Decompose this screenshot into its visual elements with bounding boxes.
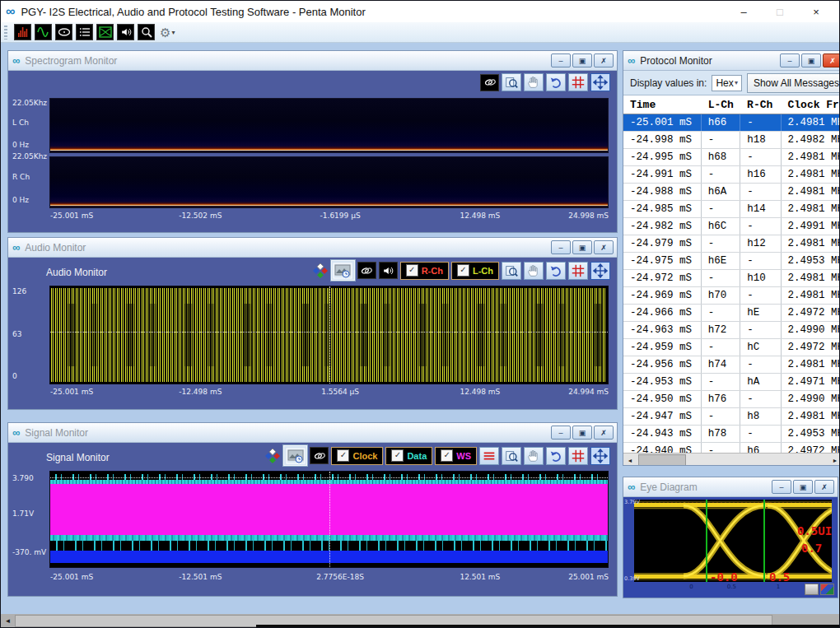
undo-icon[interactable] xyxy=(546,262,566,280)
panel-maximize-button[interactable]: ▣ xyxy=(793,480,813,494)
color-pinwheel-icon[interactable] xyxy=(264,448,281,464)
audio-waveform-plot[interactable] xyxy=(49,286,609,384)
protocol-table-row[interactable]: -24.995 mS h68 - 2.4981 MHz xyxy=(623,149,840,166)
undo-icon[interactable] xyxy=(546,73,566,91)
spectrogram-right-channel-plot[interactable] xyxy=(49,156,609,208)
clock-checkbox[interactable]: ✓ Clock xyxy=(331,447,383,465)
cell-time: -24.963 mS xyxy=(623,322,702,338)
protocol-panel-header[interactable]: ∞ Protocol Monitor – ▣ ✗ xyxy=(623,51,840,71)
panel-close-button[interactable]: ✗ xyxy=(594,53,614,67)
panel-minimize-button[interactable]: – xyxy=(780,53,800,67)
protocol-table-row[interactable]: -24.966 mS - hE 2.4972 MHz xyxy=(623,305,840,322)
panel-minimize-button[interactable]: – xyxy=(772,480,791,494)
ws-checkbox[interactable]: ✓ WS xyxy=(435,447,477,465)
show-all-messages-button[interactable]: Show All Messages xyxy=(747,73,840,93)
protocol-table-row[interactable]: -24.998 mS - h18 2.4982 MHz xyxy=(623,132,840,149)
pan-hand-icon[interactable] xyxy=(524,73,544,91)
protocol-table-row[interactable]: -24.956 mS h74 - 2.4981 MHz xyxy=(623,356,840,374)
protocol-table-row[interactable]: -24.959 mS - hC 2.4972 MHz xyxy=(623,339,840,356)
eye-panel-header[interactable]: ∞ Eye Diagram – ▣ ✗ xyxy=(623,477,838,497)
protocol-table-row[interactable]: -24.963 mS h72 - 2.4990 MHz xyxy=(623,322,840,339)
crosshair-icon[interactable] xyxy=(568,447,588,465)
zoom-region-icon[interactable] xyxy=(502,262,521,280)
signal-waveform-plot[interactable] xyxy=(49,471,609,568)
eye-snapshot-icon[interactable] xyxy=(805,584,819,595)
scrollbar-thumb[interactable] xyxy=(638,454,686,466)
persistence-lines-icon[interactable] xyxy=(479,447,499,465)
display-values-select[interactable]: Hex ▾ xyxy=(712,75,742,91)
panel-minimize-button[interactable]: – xyxy=(551,240,571,254)
snapshot-icon[interactable] xyxy=(331,260,355,281)
column-header[interactable]: L-Ch xyxy=(702,99,740,111)
speaker-icon[interactable] xyxy=(117,24,134,40)
signal-panel-header[interactable]: ∞ Signal Monitor – ▣ ✗ xyxy=(8,423,617,443)
protocol-table-row[interactable]: -24.947 mS - h8 2.4981 MHz xyxy=(623,408,840,426)
protocol-table-row[interactable]: -24.950 mS h76 - 2.4990 MHz xyxy=(623,391,840,408)
spectrogram-panel-header[interactable]: ∞ Spectrogram Monitor – ▣ ✗ xyxy=(8,51,617,71)
eye-diagram-icon[interactable] xyxy=(96,24,114,40)
r-channel-checkbox[interactable]: ✓ R-Ch xyxy=(400,262,449,280)
panel-close-button[interactable]: ✗ xyxy=(823,53,840,67)
panel-maximize-button[interactable]: ▣ xyxy=(572,53,592,67)
toolbar-grip[interactable] xyxy=(4,26,7,40)
protocol-table-row[interactable]: -24.943 mS h78 - 2.4953 MHz xyxy=(623,426,840,443)
column-header[interactable]: Time xyxy=(623,99,702,111)
column-header[interactable]: Clock Freq xyxy=(781,99,840,111)
crosshair-icon[interactable] xyxy=(568,73,588,91)
l-channel-checkbox[interactable]: ✓ L-Ch xyxy=(451,262,499,280)
pan-hand-icon[interactable] xyxy=(524,447,544,465)
spectrogram-monitor-icon[interactable] xyxy=(14,24,31,40)
scroll-right-icon[interactable]: ► xyxy=(828,454,840,466)
panel-maximize-button[interactable]: ▣ xyxy=(801,53,821,67)
search-icon[interactable] xyxy=(138,24,155,40)
pan-hand-icon[interactable] xyxy=(524,262,544,280)
protocol-table-row[interactable]: -24.969 mS h70 - 2.4981 MHz xyxy=(623,287,840,305)
scroll-left-icon[interactable]: ◄ xyxy=(1,614,15,628)
eye-pinwheel-icon[interactable] xyxy=(820,584,834,595)
protocol-table-row[interactable]: -24.988 mS h6A - 2.4981 MHz xyxy=(623,184,840,201)
window-maximize-button[interactable]: □ xyxy=(762,2,798,21)
signal-monitor-icon[interactable] xyxy=(55,24,72,40)
spectrogram-left-channel-plot[interactable] xyxy=(49,98,609,153)
link-icon[interactable] xyxy=(310,447,329,464)
panel-close-button[interactable]: ✗ xyxy=(594,426,614,440)
zoom-region-icon[interactable] xyxy=(502,447,521,465)
protocol-table-row[interactable]: -24.982 mS h6C - 2.4991 MHz xyxy=(623,218,840,235)
panel-close-button[interactable]: ✗ xyxy=(594,240,614,254)
fit-view-icon[interactable] xyxy=(590,262,610,280)
undo-icon[interactable] xyxy=(546,447,566,465)
color-pinwheel-icon[interactable] xyxy=(312,263,329,279)
link-icon[interactable] xyxy=(357,262,376,279)
zoom-region-icon[interactable] xyxy=(502,73,521,91)
window-minimize-button[interactable]: – xyxy=(726,2,762,21)
protocol-table-row[interactable]: -24.979 mS - h12 2.4981 MHz xyxy=(623,235,840,253)
fit-view-icon[interactable] xyxy=(590,73,610,91)
speaker-icon[interactable] xyxy=(379,262,398,279)
data-checkbox[interactable]: ✓ Data xyxy=(385,447,432,465)
column-header[interactable]: R-Ch xyxy=(740,99,781,111)
scroll-left-icon[interactable]: ◄ xyxy=(623,454,637,466)
crosshair-icon[interactable] xyxy=(568,262,588,280)
eye-diagram-plot[interactable]: 0.5UI 0.7 -0.0 0.5 xyxy=(634,500,832,582)
panel-minimize-button[interactable]: – xyxy=(551,426,571,440)
settings-gear-icon[interactable]: ⚙▾ xyxy=(160,26,175,39)
link-icon[interactable] xyxy=(480,74,499,91)
protocol-table-row[interactable]: -24.940 mS - h6 2.4972 MHz xyxy=(623,443,840,453)
fit-view-icon[interactable] xyxy=(590,447,610,465)
protocol-table-row[interactable]: -24.975 mS h6E - 2.4953 MHz xyxy=(623,253,840,270)
audio-panel-header[interactable]: ∞ Audio Monitor – ▣ ✗ xyxy=(8,238,617,258)
snapshot-icon[interactable] xyxy=(283,445,307,466)
protocol-monitor-icon[interactable] xyxy=(76,24,93,40)
protocol-table-row[interactable]: -24.953 mS - hA 2.4971 MHz xyxy=(623,374,840,391)
panel-minimize-button[interactable]: – xyxy=(551,53,571,67)
protocol-table-row[interactable]: -25.001 mS h66 - 2.4981 MHz xyxy=(623,114,840,132)
protocol-table-row[interactable]: -24.985 mS - h14 2.4981 MHz xyxy=(623,201,840,218)
protocol-horizontal-scrollbar[interactable]: ◄ ► xyxy=(623,453,840,466)
audio-wave-icon[interactable] xyxy=(35,24,52,40)
panel-maximize-button[interactable]: ▣ xyxy=(572,426,592,440)
panel-maximize-button[interactable]: ▣ xyxy=(572,240,592,254)
window-close-button[interactable]: × xyxy=(798,2,834,21)
protocol-table-row[interactable]: -24.972 mS - h10 2.4981 MHz xyxy=(623,270,840,287)
panel-close-button[interactable]: ✗ xyxy=(814,480,834,494)
protocol-table-row[interactable]: -24.991 mS - h16 2.4981 MHz xyxy=(623,166,840,184)
